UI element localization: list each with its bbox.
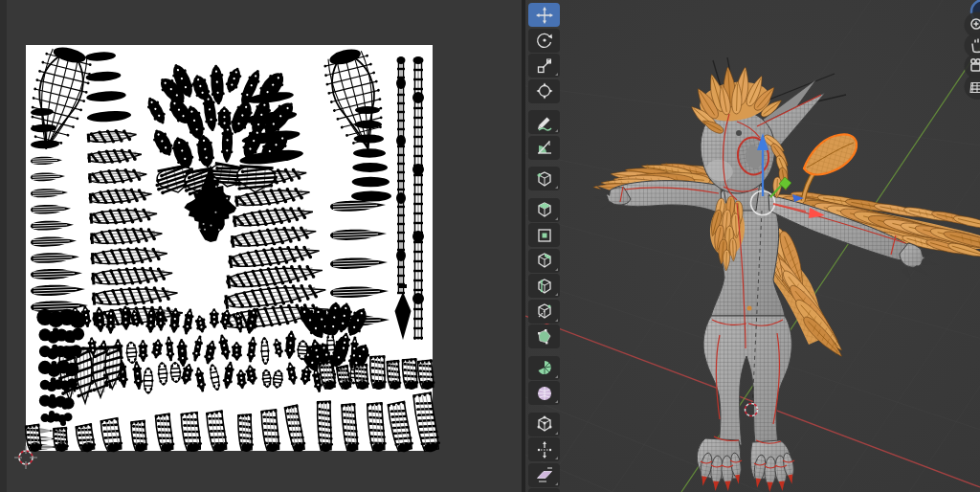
add-cube-icon: [535, 169, 554, 189]
inset-faces-icon: [535, 226, 554, 245]
tool-spin[interactable]: [528, 356, 560, 380]
poly-build-icon: [535, 327, 554, 347]
transform-icon: [535, 81, 554, 101]
tool-rotate[interactable]: [528, 29, 560, 53]
viewport-3d[interactable]: [525, 0, 980, 492]
hip-dot: [747, 306, 752, 311]
tool-edge-slide[interactable]: [528, 413, 560, 436]
tool-smooth[interactable]: [528, 381, 560, 405]
tool-shrink-fatten[interactable]: [528, 437, 560, 461]
smooth-icon: [535, 384, 554, 403]
move-icon: [535, 6, 554, 25]
spin-icon: [535, 358, 554, 377]
tool-move[interactable]: [528, 3, 560, 27]
annotate-icon: [535, 113, 554, 132]
extrude-region-icon: [535, 200, 554, 219]
tool-poly-build[interactable]: [528, 324, 560, 348]
rotate-icon: [535, 31, 554, 50]
tool-bevel[interactable]: [528, 249, 560, 273]
bevel-icon: [535, 251, 554, 270]
measure-icon: [535, 138, 554, 157]
tool-extrude-region[interactable]: [528, 198, 560, 222]
head-dot-right: [736, 130, 742, 136]
edge-slide-icon: [535, 414, 554, 434]
tool-scale[interactable]: [528, 54, 560, 78]
scale-icon: [535, 56, 554, 76]
tool-rip-region[interactable]: [528, 488, 560, 492]
tool-shear[interactable]: [528, 463, 560, 487]
tool-inset-faces[interactable]: [528, 223, 560, 247]
tool-loop-cut[interactable]: [528, 274, 560, 298]
uv-canvas[interactable]: [0, 0, 522, 492]
knife-icon: [535, 302, 554, 321]
viewport-canvas[interactable]: [525, 0, 980, 492]
tool-add-cube[interactable]: [528, 167, 560, 190]
uv-editor-panel[interactable]: [0, 0, 522, 492]
tool-knife[interactable]: [528, 300, 560, 324]
shrink-fatten-icon: [535, 440, 554, 459]
tool-measure[interactable]: [528, 136, 560, 160]
blender-window: [0, 0, 980, 492]
tool-annotate[interactable]: [528, 110, 560, 134]
loop-cut-icon: [535, 277, 554, 296]
tool-transform[interactable]: [528, 79, 560, 103]
tool-bar: [528, 3, 561, 492]
shear-icon: [535, 465, 554, 484]
